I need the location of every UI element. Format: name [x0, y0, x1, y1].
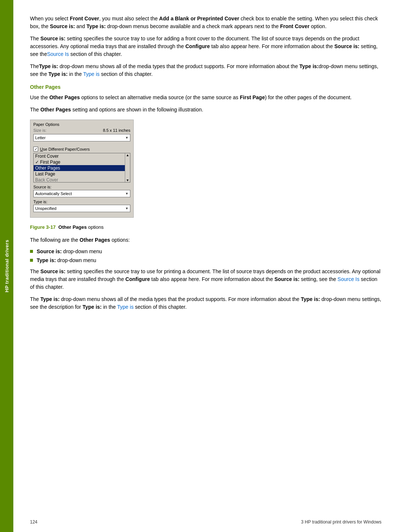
- type-is-link-2[interactable]: Type is: [117, 304, 133, 310]
- size-row: Size is: 8.5 x 11 inches: [33, 128, 130, 133]
- page-number: 124: [30, 519, 37, 525]
- para-source-desc: The Source is: setting specifies the sou…: [30, 268, 381, 291]
- group-label: Paper Options: [33, 122, 130, 127]
- para-type-desc: The Type is: drop-down menu shows all of…: [30, 295, 381, 311]
- bullet-list: Source is: drop-down menu Type is: drop-…: [30, 248, 381, 263]
- listbox-scrollbar[interactable]: ▲ ▼: [125, 153, 130, 182]
- bullet-source-text: Source is: drop-down menu: [37, 248, 102, 254]
- sidebar-label: HP traditional drivers: [4, 240, 10, 292]
- source-field-label: Source is:: [33, 185, 130, 189]
- para-other-pages-intro: Use the Other Pages options to select an…: [30, 94, 381, 101]
- footer: 124 3 HP traditional print drivers for W…: [30, 519, 381, 525]
- para-other-pages-shown: The Other Pages setting and options are …: [30, 106, 381, 114]
- checkbox-label: Use Different Paper/Covers: [40, 147, 90, 151]
- listbox-item-lastpage[interactable]: Last Page: [34, 171, 125, 177]
- source-is-link[interactable]: Source Is: [47, 51, 69, 57]
- bullet-icon-2: [30, 259, 33, 262]
- figure-title-bold: Other Pages: [59, 224, 87, 230]
- para-source-setting: The Source is: setting specifies the sou…: [30, 35, 381, 58]
- scroll-down-icon[interactable]: ▼: [126, 179, 129, 182]
- size-label: Size is:: [33, 128, 46, 133]
- chapter-reference: 3 HP traditional print drivers for Windo…: [301, 519, 381, 525]
- type-field-label: Type is:: [33, 200, 130, 204]
- source-is-link-2[interactable]: Source Is: [337, 276, 359, 282]
- sidebar: HP traditional drivers: [0, 0, 13, 532]
- bullet-type-text: Type is: drop-down menu: [37, 257, 96, 263]
- bullet-icon: [30, 250, 33, 253]
- source-chevron-down-icon: ▼: [125, 192, 129, 195]
- para-typeis: TheType is: drop-down menu shows all of …: [30, 63, 381, 78]
- figure-number: Figure 3-17: [30, 224, 56, 230]
- type-dropdown-value: Unspecified: [35, 206, 56, 211]
- section-heading-other-pages: Other Pages: [30, 84, 381, 90]
- type-dropdown[interactable]: Unspecified ▼: [33, 205, 130, 212]
- figure-paper-options: Paper Options Size is: 8.5 x 11 inches L…: [30, 120, 134, 218]
- source-dropdown[interactable]: Automatically Select ▼: [33, 190, 130, 197]
- checkbox-row: ✓ Use Different Paper/Covers: [33, 147, 130, 151]
- type-is-link[interactable]: Type is: [83, 71, 99, 77]
- type-chevron-down-icon: ▼: [125, 207, 129, 210]
- listbox-item-firstpage[interactable]: First Page: [34, 159, 125, 165]
- listbox-item-frontcover[interactable]: Front Cover: [34, 153, 125, 159]
- listbox-item-backcover[interactable]: Back Cover: [34, 177, 125, 182]
- para-following: The following are the Other Pages option…: [30, 236, 381, 244]
- listbox-item-otherpages[interactable]: Other Pages: [34, 165, 125, 171]
- para-frontcover: When you select Front Cover, you must al…: [30, 15, 381, 30]
- pages-listbox-container[interactable]: Front Cover First Page Other Pages Last …: [33, 153, 130, 183]
- scroll-up-icon[interactable]: ▲: [126, 154, 129, 157]
- letter-dropdown-value: Letter: [35, 135, 46, 140]
- chevron-down-icon: ▼: [125, 136, 129, 140]
- size-value: 8.5 x 11 inches: [103, 128, 130, 133]
- pages-listbox[interactable]: Front Cover First Page Other Pages Last …: [34, 153, 125, 182]
- use-different-paper-checkbox[interactable]: ✓: [33, 147, 38, 151]
- main-content: When you select Front Cover, you must al…: [13, 0, 400, 532]
- letter-dropdown[interactable]: Letter ▼: [33, 134, 130, 141]
- figure-caption: Figure 3-17 Other Pages options: [30, 224, 381, 231]
- bullet-type-is: Type is: drop-down menu: [30, 257, 381, 263]
- bullet-source-is: Source is: drop-down menu: [30, 248, 381, 254]
- source-dropdown-value: Automatically Select: [35, 191, 72, 196]
